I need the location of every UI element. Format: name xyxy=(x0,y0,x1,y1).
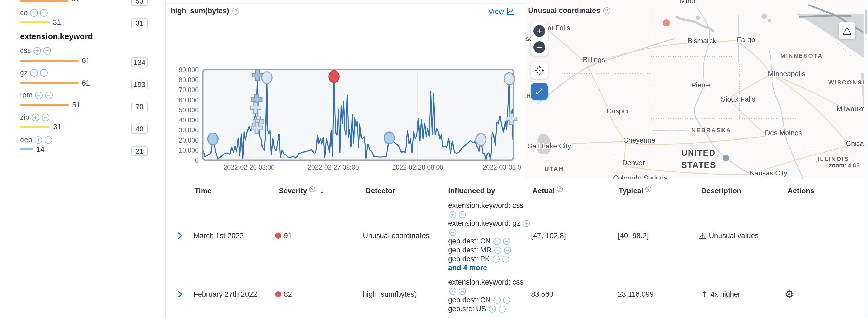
anomaly-marker-circle[interactable] xyxy=(262,72,272,84)
filter-add-icon[interactable]: + xyxy=(489,306,496,313)
filter-remove-icon[interactable]: − xyxy=(40,9,48,17)
field-value-label: deb xyxy=(20,136,32,144)
field-value-bar xyxy=(20,60,79,62)
anomaly-timeseries-chart[interactable]: 2022-02-26 08:002022-02-27 08:002022-02-… xyxy=(167,62,523,175)
field-value-row-css: css + − xyxy=(20,47,51,55)
col-header-detector[interactable]: Detector xyxy=(366,187,395,195)
cell-typical: 23,116.099 xyxy=(618,290,654,299)
sort-desc-icon[interactable]: ↓ xyxy=(319,187,325,195)
filter-add-icon[interactable]: + xyxy=(494,297,500,304)
plus-icon: + xyxy=(537,27,542,35)
filter-remove-icon[interactable]: − xyxy=(459,288,466,295)
filter-remove-icon[interactable]: − xyxy=(499,306,506,313)
map-city-label: Bismarck xyxy=(687,37,717,45)
influencer-entry: +− xyxy=(448,210,530,219)
cell-severity: 91 xyxy=(275,231,292,240)
y-axis-tick-label: 80,000 xyxy=(179,76,198,83)
help-icon[interactable]: ? xyxy=(309,186,315,192)
filter-add-icon[interactable]: + xyxy=(523,220,530,227)
map-panel-title: Unusual coordinates ? xyxy=(528,6,610,15)
map-city-label: Milwauke xyxy=(836,105,864,113)
filter-remove-icon[interactable]: − xyxy=(504,247,511,254)
filter-add-icon[interactable]: + xyxy=(494,238,500,245)
view-link-label: View xyxy=(488,7,504,16)
filter-add-icon[interactable]: + xyxy=(34,136,42,144)
influencer-text: extension.keyword: css xyxy=(448,201,523,210)
warning-triangle-icon: ⚠ xyxy=(699,231,706,240)
map-canvas: MinotGreat FallssoBismarckFargoBillingsM… xyxy=(525,0,864,179)
col-header-typical[interactable]: Typical? xyxy=(619,187,651,195)
gear-icon[interactable]: ⚙ xyxy=(785,288,794,300)
filter-add-icon[interactable]: + xyxy=(30,9,38,17)
anomaly-marker-circle[interactable] xyxy=(329,71,339,83)
anomaly-marker-circle[interactable] xyxy=(476,134,486,145)
field-value-bar xyxy=(20,82,79,84)
lake-sakakawea-shape xyxy=(676,17,714,32)
table-row-border xyxy=(175,314,837,315)
filter-remove-icon[interactable]: − xyxy=(42,114,50,121)
map-expand-button[interactable] xyxy=(531,83,548,100)
show-more-influencers-link[interactable]: and 4 more xyxy=(448,264,487,272)
anomaly-marker-circle[interactable] xyxy=(384,132,395,144)
chart-title-text: high_sum(bytes) xyxy=(171,7,229,15)
table-row-border xyxy=(175,273,837,273)
filter-add-icon[interactable]: + xyxy=(449,288,456,295)
row-expand-chevron[interactable] xyxy=(175,231,185,240)
field-value-bar xyxy=(20,0,68,2)
filter-add-icon[interactable]: + xyxy=(33,47,41,55)
col-header-actual[interactable]: Actual? xyxy=(532,187,563,195)
col-header-actions: Actions xyxy=(787,187,814,195)
line-chart-icon xyxy=(506,7,515,16)
help-icon[interactable]: ? xyxy=(232,7,239,15)
unusual-coordinates-map[interactable]: MinotGreat FallssoBismarckFargoBillingsM… xyxy=(525,0,864,179)
col-header-severity[interactable]: Severity ? ↓ xyxy=(279,187,325,195)
scrollbar-thumb[interactable] xyxy=(865,10,867,34)
anomaly-marker-circle[interactable] xyxy=(504,73,515,85)
col-header-time[interactable]: Time xyxy=(194,187,212,195)
field-value-count: 31 xyxy=(53,18,61,27)
x-axis-tick-label: 2022-02-27 08:00 xyxy=(308,164,359,171)
row-expand-chevron[interactable] xyxy=(175,290,185,299)
filter-remove-icon[interactable]: − xyxy=(40,69,48,77)
help-icon[interactable]: ? xyxy=(603,7,610,14)
map-zoom-out-button[interactable]: − xyxy=(533,41,545,53)
filter-remove-icon[interactable]: − xyxy=(502,256,509,263)
filter-remove-icon[interactable]: − xyxy=(43,47,51,55)
scrollbar-track[interactable] xyxy=(864,0,868,318)
anomaly-marker-circle[interactable] xyxy=(208,133,218,145)
filter-add-icon[interactable]: + xyxy=(35,91,43,99)
help-icon[interactable]: ? xyxy=(557,186,563,192)
map-state-label: UTAH xyxy=(545,166,564,172)
filter-remove-icon[interactable]: − xyxy=(44,136,52,144)
map-city-label: Pierre xyxy=(691,81,710,89)
filter-remove-icon[interactable]: − xyxy=(459,211,466,218)
field-value-bar xyxy=(20,126,50,128)
filter-add-icon[interactable]: + xyxy=(30,69,38,77)
filter-add-icon[interactable]: + xyxy=(449,211,456,218)
map-fit-data-button[interactable] xyxy=(531,62,548,79)
filter-add-icon[interactable]: + xyxy=(32,114,39,121)
help-icon[interactable]: ? xyxy=(645,186,651,192)
filter-remove-icon[interactable]: − xyxy=(449,229,456,236)
filter-remove-icon[interactable]: − xyxy=(45,91,53,99)
map-warning-button[interactable]: ⚠ xyxy=(839,22,855,39)
filter-add-icon[interactable]: + xyxy=(494,247,501,254)
field-value-row-gz: gz + − xyxy=(20,68,48,77)
field-value-row-zip: zip + − xyxy=(20,113,50,121)
field-value-row-rpm: rpm + − xyxy=(20,91,53,99)
filter-add-icon[interactable]: + xyxy=(493,256,500,263)
map-state-label: AH xyxy=(525,92,531,99)
influencer-entry: geo.dest: MR+− xyxy=(448,245,530,255)
cell-time: March 1st 2022 xyxy=(193,231,244,240)
col-header-influenced-by[interactable]: Influenced by xyxy=(448,187,495,195)
cell-description: ↑ 4x higher xyxy=(701,290,740,299)
cell-actions: ⚙ xyxy=(785,288,794,300)
map-zoom-in-button[interactable]: + xyxy=(533,25,545,37)
view-chart-link[interactable]: View xyxy=(488,7,515,16)
map-city-label: Colorado Springs xyxy=(613,174,667,179)
crosshair-icon xyxy=(534,65,545,76)
filter-remove-icon[interactable]: − xyxy=(503,238,510,245)
map-anomaly-dot[interactable] xyxy=(663,20,670,26)
filter-remove-icon[interactable]: − xyxy=(503,297,510,304)
map-anomaly-dot[interactable] xyxy=(722,155,729,161)
